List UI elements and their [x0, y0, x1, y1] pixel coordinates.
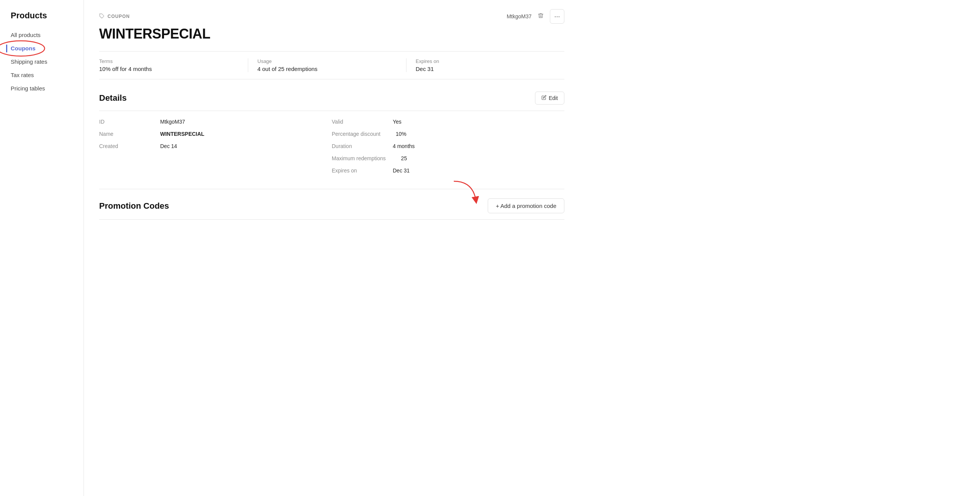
detail-expires-value: Dec 31 — [393, 167, 410, 174]
stats-row: Terms 10% off for 4 months Usage 4 out o… — [99, 51, 564, 79]
stat-expires-value: Dec 31 — [416, 66, 555, 72]
details-left: ID MtkgoM37 Name WINTERSPECIAL Created D… — [99, 119, 332, 174]
detail-expires-label: Expires on — [332, 167, 378, 174]
detail-row-valid: Valid Yes — [332, 119, 564, 125]
detail-row-max-redemptions: Maximum redemptions 25 — [332, 155, 564, 161]
detail-duration-label: Duration — [332, 143, 378, 149]
promotion-codes-section: Promotion Codes + Add a promotion code — [99, 189, 564, 220]
detail-valid-value: Yes — [393, 119, 402, 125]
stat-expires-label: Expires on — [416, 58, 555, 64]
details-grid: ID MtkgoM37 Name WINTERSPECIAL Created D… — [99, 111, 564, 174]
detail-duration-value: 4 months — [393, 143, 415, 149]
stat-usage-value: 4 out of 25 redemptions — [257, 66, 397, 72]
sidebar-item-label: Tax rates — [11, 72, 34, 78]
details-right: Valid Yes Percentage discount 10% Durati… — [332, 119, 564, 174]
detail-name-label: Name — [99, 131, 145, 137]
detail-valid-label: Valid — [332, 119, 378, 125]
detail-pct-value: 10% — [396, 131, 406, 137]
sidebar-item-all-products[interactable]: All products — [0, 28, 84, 42]
stat-terms-label: Terms — [99, 58, 239, 64]
detail-max-value: 25 — [401, 155, 407, 161]
sidebar-item-label: Shipping rates — [11, 58, 47, 65]
detail-id-value: MtkgoM37 — [160, 119, 185, 125]
sidebar-item-pricing-tables[interactable]: Pricing tables — [0, 82, 84, 95]
bottom-divider — [99, 219, 564, 220]
detail-created-value: Dec 14 — [160, 143, 177, 149]
detail-name-value: WINTERSPECIAL — [160, 131, 204, 137]
header-right: MtkgoM37 ··· — [507, 9, 564, 24]
details-header: Details Edit — [99, 92, 564, 105]
detail-row-id: ID MtkgoM37 — [99, 119, 332, 125]
detail-max-label: Maximum redemptions — [332, 155, 386, 161]
detail-row-duration: Duration 4 months — [332, 143, 564, 149]
detail-row-created: Created Dec 14 — [99, 143, 332, 149]
detail-created-label: Created — [99, 143, 145, 149]
detail-id-label: ID — [99, 119, 145, 125]
coupon-id-header: MtkgoM37 — [507, 13, 532, 19]
red-arrow-annotation — [450, 179, 480, 206]
promo-title: Promotion Codes — [99, 201, 169, 211]
detail-row-pct-discount: Percentage discount 10% — [332, 131, 564, 137]
main-content: COUPON MtkgoM37 ··· WINTERSPECIAL — [84, 0, 980, 496]
stat-usage-label: Usage — [257, 58, 397, 64]
stat-terms: Terms 10% off for 4 months — [99, 58, 248, 72]
more-icon: ··· — [554, 13, 560, 21]
pencil-icon — [541, 95, 546, 101]
stat-usage: Usage 4 out of 25 redemptions — [248, 58, 406, 72]
sidebar-title: Products — [0, 11, 84, 28]
sidebar-item-tax-rates[interactable]: Tax rates — [0, 68, 84, 82]
edit-button[interactable]: Edit — [535, 92, 564, 105]
stat-terms-value: 10% off for 4 months — [99, 66, 239, 72]
sidebar-item-shipping-rates[interactable]: Shipping rates — [0, 55, 84, 68]
coupon-badge: COUPON — [108, 14, 130, 19]
sidebar-item-label: Coupons — [11, 45, 35, 52]
sidebar: Products All products Coupons Shipping r… — [0, 0, 84, 496]
coupon-label-row: COUPON — [99, 13, 130, 20]
coupon-header: COUPON MtkgoM37 ··· — [99, 9, 564, 24]
add-promo-label: + Add a promotion code — [496, 203, 556, 209]
details-section: Details Edit ID MtkgoM37 — [99, 92, 564, 174]
tag-icon — [99, 13, 104, 20]
detail-row-expires: Expires on Dec 31 — [332, 167, 564, 174]
detail-pct-label: Percentage discount — [332, 131, 381, 137]
promo-header: Promotion Codes + Add a promotion code — [99, 198, 564, 213]
edit-label: Edit — [549, 95, 558, 101]
trash-button[interactable] — [536, 11, 545, 22]
stat-expires: Expires on Dec 31 — [406, 58, 564, 72]
details-title: Details — [99, 93, 127, 103]
sidebar-item-coupons[interactable]: Coupons — [0, 42, 84, 55]
more-options-button[interactable]: ··· — [550, 9, 564, 24]
add-promotion-code-button[interactable]: + Add a promotion code — [488, 198, 564, 213]
sidebar-item-label: All products — [11, 32, 40, 38]
detail-row-name: Name WINTERSPECIAL — [99, 131, 332, 137]
sidebar-item-label: Pricing tables — [11, 85, 45, 92]
coupon-title: WINTERSPECIAL — [99, 26, 564, 42]
